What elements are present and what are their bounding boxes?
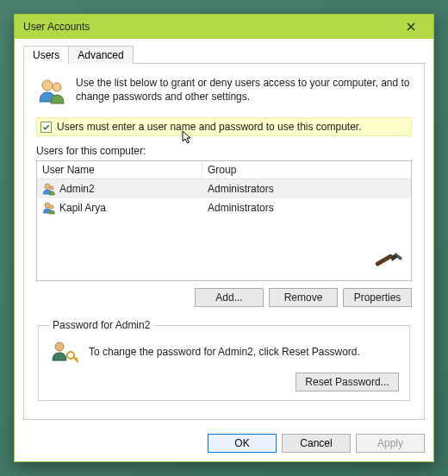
username-text: Kapil Arya xyxy=(59,202,106,214)
svg-point-1 xyxy=(53,83,61,91)
reset-password-button[interactable]: Reset Password... xyxy=(296,373,399,391)
table-row[interactable]: Admin2Administrators xyxy=(37,179,411,198)
user-accounts-window: User Accounts Users Advanced Use the lis… xyxy=(14,14,434,462)
cancel-button[interactable]: Cancel xyxy=(282,434,351,453)
window-title: User Accounts xyxy=(23,21,394,33)
password-buttons: Reset Password... xyxy=(49,373,399,391)
add-button[interactable]: Add... xyxy=(195,288,264,307)
close-button[interactable] xyxy=(394,17,428,36)
password-group-legend: Password for Admin2 xyxy=(49,319,153,331)
cell-group: Administrators xyxy=(202,200,411,216)
svg-rect-6 xyxy=(375,254,394,266)
tabstrip: Users Advanced xyxy=(23,46,425,64)
properties-button[interactable]: Properties xyxy=(343,288,412,307)
dialog-buttons: OK Cancel Apply xyxy=(15,429,433,461)
titlebar: User Accounts xyxy=(15,15,433,39)
tab-advanced[interactable]: Advanced xyxy=(69,46,133,64)
dialog-body: Users Advanced Use the list below to gra… xyxy=(15,39,433,429)
col-group[interactable]: Group xyxy=(202,161,411,178)
intro-text: Use the list below to grant or deny user… xyxy=(76,76,412,103)
table-row[interactable]: Kapil AryaAdministrators xyxy=(37,198,411,217)
svg-point-2 xyxy=(45,184,50,189)
require-password-label: Users must enter a user name and passwor… xyxy=(57,121,362,133)
remove-button[interactable]: Remove xyxy=(269,288,338,307)
svg-point-7 xyxy=(55,342,64,351)
user-icon xyxy=(42,201,56,215)
password-group-row: To change the password for Admin2, click… xyxy=(49,340,399,364)
users-list-caption: Users for this computer: xyxy=(36,145,412,157)
key-user-icon xyxy=(49,340,80,364)
hammer-watermark-icon xyxy=(370,249,408,277)
close-icon xyxy=(407,22,415,31)
cell-group: Administrators xyxy=(202,181,411,197)
svg-point-3 xyxy=(50,186,53,190)
svg-point-5 xyxy=(50,205,53,209)
intro-row: Use the list below to grant or deny user… xyxy=(36,76,412,107)
user-icon xyxy=(42,182,56,196)
tab-panel-users: Use the list below to grant or deny user… xyxy=(23,63,425,420)
svg-point-4 xyxy=(45,203,50,208)
col-username[interactable]: User Name xyxy=(37,161,202,178)
cell-username: Kapil Arya xyxy=(37,199,202,216)
require-password-checkbox[interactable] xyxy=(40,122,52,133)
require-password-row: Users must enter a user name and passwor… xyxy=(36,117,412,136)
password-group: Password for Admin2 To change the passwo… xyxy=(38,319,410,401)
svg-point-0 xyxy=(42,80,53,91)
users-listview[interactable]: User Name Group Admin2AdministratorsKapi… xyxy=(36,160,412,281)
tab-users[interactable]: Users xyxy=(23,46,69,64)
username-text: Admin2 xyxy=(59,183,95,195)
cell-username: Admin2 xyxy=(37,180,202,197)
apply-button: Apply xyxy=(356,434,425,453)
check-icon xyxy=(42,123,50,131)
listview-header: User Name Group xyxy=(37,161,411,179)
password-group-text: To change the password for Admin2, click… xyxy=(89,346,360,358)
ok-button[interactable]: OK xyxy=(208,434,277,453)
list-buttons: Add... Remove Properties xyxy=(36,288,412,307)
users-icon xyxy=(36,76,67,107)
